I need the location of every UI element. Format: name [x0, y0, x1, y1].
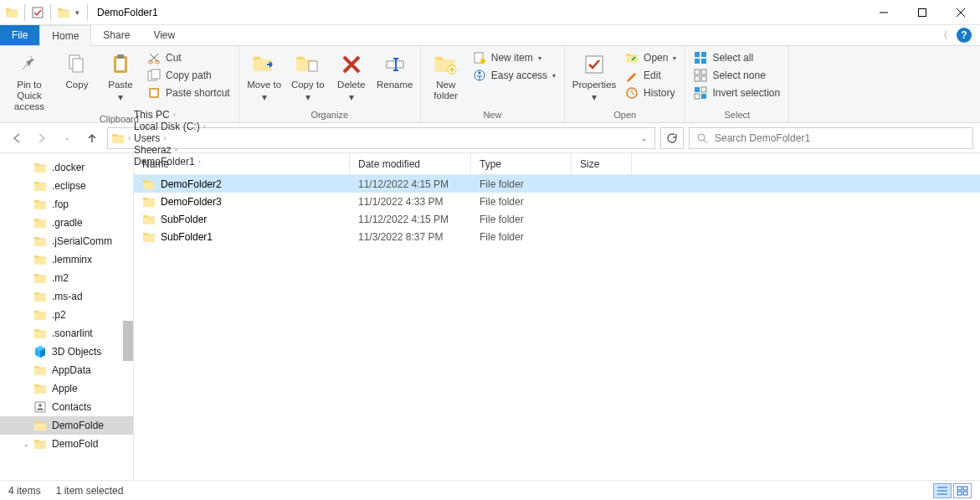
search-box[interactable]: Search DemoFolder1	[689, 127, 973, 149]
svg-rect-26	[695, 70, 700, 75]
navigation-pane[interactable]: .docker.eclipse.fop.gradle.jSerialComm.l…	[0, 153, 134, 480]
nav-item-label: .jSerialComm	[52, 235, 112, 247]
select-none-button[interactable]: Select none	[690, 67, 783, 84]
close-button[interactable]	[942, 0, 980, 25]
nav-tree-item[interactable]: Contacts	[0, 398, 133, 416]
folder-icon	[33, 253, 47, 266]
scrollbar-thumb[interactable]	[123, 321, 133, 361]
file-row[interactable]: DemoFolder211/12/2022 4:15 PMFile folder	[134, 175, 980, 193]
svg-rect-39	[957, 492, 962, 495]
file-row[interactable]: SubFolder111/3/2022 8:37 PMFile folder	[134, 228, 980, 245]
svg-point-36	[38, 404, 42, 407]
breadcrumb-item[interactable]: Local Disk (C:)›	[134, 121, 206, 132]
column-header-type[interactable]: Type	[471, 153, 572, 174]
open-icon	[625, 51, 639, 64]
nav-tree-item[interactable]: .fop	[0, 195, 133, 214]
invert-selection-button[interactable]: Invert selection	[690, 85, 783, 101]
nav-tree-item[interactable]: .ms-ad	[0, 287, 133, 306]
tab-share[interactable]: Share	[91, 25, 141, 45]
new-item-button[interactable]: New item ▾	[469, 49, 559, 66]
nav-tree-item[interactable]: .m2	[0, 269, 133, 287]
paste-button[interactable]: Paste ▾	[100, 48, 141, 103]
copy-path-button[interactable]: Copy path	[144, 67, 233, 84]
select-all-button[interactable]: Select all	[690, 49, 783, 66]
easy-access-button[interactable]: Easy access ▾	[469, 67, 559, 84]
nav-tree-item[interactable]: .eclipse	[0, 177, 133, 195]
file-type: File folder	[471, 196, 572, 208]
nav-tree-item[interactable]: .docker	[0, 158, 133, 177]
collapse-ribbon-icon[interactable]: 〈	[938, 28, 948, 43]
details-view-button[interactable]	[933, 483, 952, 498]
svg-rect-29	[701, 76, 706, 81]
ribbon-group-organize: Move to▾ Copy to▾ Delete▾ Rename Organiz…	[239, 46, 421, 122]
help-button[interactable]: ?	[957, 28, 972, 43]
copy-button[interactable]: Copy	[57, 48, 97, 90]
folder-icon	[33, 437, 47, 451]
folder-icon	[142, 178, 156, 191]
delete-button[interactable]: Delete▾	[331, 48, 372, 103]
nav-tree-item[interactable]: .lemminx	[0, 250, 133, 269]
search-placeholder: Search DemoFolder1	[715, 132, 810, 144]
svg-rect-22	[695, 52, 700, 57]
paste-shortcut-button[interactable]: Paste shortcut	[144, 85, 233, 101]
nav-tree-item[interactable]: .sonarlint	[0, 324, 133, 343]
minimize-button[interactable]	[865, 0, 903, 25]
edit-button[interactable]: Edit	[622, 67, 680, 84]
nav-tree-item[interactable]: Apple	[0, 379, 133, 398]
svg-rect-37	[957, 487, 962, 490]
nav-tree-item[interactable]: AppData	[0, 361, 133, 379]
nav-item-label: DemoFold	[52, 438, 98, 450]
nav-tree-item[interactable]: ⌄DemoFold	[0, 435, 133, 453]
new-folder-icon	[434, 53, 459, 76]
3d-objects-icon	[33, 345, 47, 358]
breadcrumb-item[interactable]: This PC›	[134, 109, 206, 121]
group-label: Open	[570, 109, 680, 122]
nav-tree-item[interactable]: .jSerialComm	[0, 232, 133, 250]
file-row[interactable]: SubFolder11/12/2022 4:15 PMFile folder	[134, 210, 980, 228]
forward-button[interactable]	[32, 128, 52, 148]
open-button[interactable]: Open ▾	[622, 49, 680, 66]
recent-locations-button[interactable]: ⌄	[57, 128, 77, 148]
history-button[interactable]: History	[622, 85, 680, 101]
folder-icon	[142, 195, 156, 209]
select-all-icon	[694, 51, 707, 64]
properties-qat-icon[interactable]	[31, 6, 44, 19]
nav-tree-item[interactable]: .gradle	[0, 214, 133, 232]
qat-dropdown-icon[interactable]: ▾	[74, 8, 81, 17]
properties-button[interactable]: Properties▾	[570, 48, 618, 103]
tab-home[interactable]: Home	[39, 25, 91, 46]
nav-item-label: AppData	[52, 364, 91, 376]
svg-rect-38	[963, 487, 967, 490]
cut-button[interactable]: Cut	[144, 49, 233, 66]
nav-tree-item[interactable]: 3D Objects	[0, 343, 133, 361]
folder-icon	[33, 179, 47, 193]
maximize-button[interactable]	[903, 0, 942, 25]
address-bar[interactable]: › This PC›Local Disk (C:)›Users›Sheeraz›…	[107, 127, 655, 149]
move-to-button[interactable]: Move to▾	[244, 48, 285, 103]
back-button[interactable]	[7, 128, 27, 148]
column-header-date[interactable]: Date modified	[350, 153, 471, 174]
large-icons-view-button[interactable]	[953, 483, 972, 498]
tab-file[interactable]: File	[0, 25, 39, 45]
properties-icon	[583, 54, 605, 75]
rename-button[interactable]: Rename	[375, 48, 415, 90]
nav-tree-item[interactable]: DemoFolde	[0, 416, 133, 435]
nav-tree-item[interactable]: .p2	[0, 306, 133, 324]
up-button[interactable]	[82, 128, 102, 148]
column-header-name[interactable]: Name	[134, 153, 350, 174]
pin-to-quick-access-button[interactable]: Pin to Quick access	[5, 48, 54, 113]
tab-view[interactable]: View	[141, 25, 187, 45]
folder-icon	[111, 131, 125, 145]
copy-to-button[interactable]: Copy to▾	[288, 48, 328, 103]
folder-icon	[33, 161, 47, 174]
svg-point-19	[478, 72, 480, 75]
refresh-button[interactable]	[660, 127, 684, 149]
nav-item-label: .docker	[52, 162, 85, 173]
new-folder-button[interactable]: New folder	[426, 48, 466, 101]
address-dropdown-icon[interactable]: ⌄	[641, 134, 651, 142]
file-row[interactable]: DemoFolder311/1/2022 4:33 PMFile folder	[134, 193, 980, 210]
column-header-size[interactable]: Size	[572, 153, 632, 174]
breadcrumb-item[interactable]: Users›	[134, 132, 206, 144]
nav-item-label: 3D Objects	[52, 346, 101, 358]
svg-rect-0	[33, 8, 43, 18]
